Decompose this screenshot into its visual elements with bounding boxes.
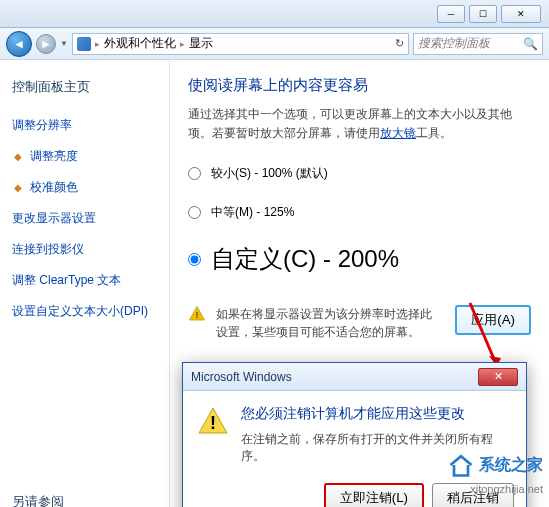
- sidebar-item[interactable]: 调整 ClearType 文本: [12, 265, 157, 296]
- breadcrumb-item[interactable]: 显示: [189, 35, 213, 52]
- sidebar-item[interactable]: 调整分辨率: [12, 110, 157, 141]
- sidebar-item-label: 设置自定义文本大小(DPI): [12, 299, 148, 324]
- dialog-body: ! 您必须注销计算机才能应用这些更改 在注销之前，保存所有打开的文件并关闭所有程…: [183, 391, 526, 475]
- navigation-bar: ◄ ► ▼ ▸ 外观和个性化 ▸ 显示 ↻ 搜索控制面板 🔍: [0, 28, 549, 60]
- sidebar-item-label: 连接到投影仪: [12, 237, 84, 262]
- refresh-icon[interactable]: ↻: [395, 37, 404, 50]
- logoff-now-button[interactable]: 立即注销(L): [324, 483, 424, 507]
- dialog-subtext: 在注销之前，保存所有打开的文件并关闭所有程序。: [241, 431, 512, 465]
- radio-label: 自定义(C) - 200%: [211, 243, 399, 275]
- see-also-heading: 另请参阅: [12, 493, 157, 507]
- radio-label: 较小(S) - 100% (默认): [211, 165, 328, 182]
- svg-text:!: !: [210, 413, 216, 433]
- dialog-title: Microsoft Windows: [191, 370, 292, 384]
- logoff-dialog: Microsoft Windows ✕ ! 您必须注销计算机才能应用这些更改 在…: [182, 362, 527, 507]
- sidebar-item[interactable]: ◆调整亮度: [12, 141, 157, 172]
- back-button[interactable]: ◄: [6, 31, 32, 57]
- apply-button[interactable]: 应用(A): [455, 305, 531, 335]
- scale-option-medium[interactable]: 中等(M) - 125%: [188, 204, 531, 221]
- desc-text: 通过选择其中一个选项，可以更改屏幕上的文本大小以及其他项。若要暂时放大部分屏幕，…: [188, 107, 512, 140]
- sidebar-item[interactable]: 连接到投影仪: [12, 234, 157, 265]
- address-bar[interactable]: ▸ 外观和个性化 ▸ 显示 ↻: [72, 33, 409, 55]
- breadcrumb-sep: ▸: [180, 39, 185, 49]
- search-box[interactable]: 搜索控制面板 🔍: [413, 33, 543, 55]
- sidebar-item[interactable]: 设置自定义文本大小(DPI): [12, 296, 157, 327]
- history-dropdown-icon[interactable]: ▼: [60, 39, 68, 48]
- svg-text:!: !: [196, 310, 199, 320]
- forward-button[interactable]: ►: [36, 34, 56, 54]
- radio-input[interactable]: [188, 253, 201, 266]
- close-button[interactable]: ✕: [501, 5, 541, 23]
- breadcrumb-item[interactable]: 外观和个性化: [104, 35, 176, 52]
- warning-icon: !: [197, 405, 229, 437]
- warning-icon: !: [188, 305, 206, 323]
- radio-label: 中等(M) - 125%: [211, 204, 294, 221]
- desc-text: 工具。: [416, 126, 452, 140]
- sidebar-item[interactable]: ◆校准颜色: [12, 172, 157, 203]
- minimize-button[interactable]: ─: [437, 5, 465, 23]
- dialog-titlebar: Microsoft Windows ✕: [183, 363, 526, 391]
- sidebar-item-label: 调整亮度: [30, 144, 78, 169]
- warning-row: ! 如果在将显示器设置为该分辨率时选择此设置，某些项目可能不适合您的屏幕。 应用…: [188, 305, 531, 341]
- page-title: 使阅读屏幕上的内容更容易: [188, 76, 531, 95]
- shield-icon: ◆: [12, 182, 24, 194]
- sidebar-item[interactable]: 更改显示器设置: [12, 203, 157, 234]
- magnifier-link[interactable]: 放大镜: [380, 126, 416, 140]
- sidebar-item-label: 调整分辨率: [12, 113, 72, 138]
- dialog-close-button[interactable]: ✕: [478, 368, 518, 386]
- window-titlebar: ─ ☐ ✕: [0, 0, 549, 28]
- sidebar-item-label: 校准颜色: [30, 175, 78, 200]
- maximize-button[interactable]: ☐: [469, 5, 497, 23]
- radio-input[interactable]: [188, 167, 201, 180]
- radio-input[interactable]: [188, 206, 201, 219]
- sidebar-item-label: 更改显示器设置: [12, 206, 96, 231]
- warning-text: 如果在将显示器设置为该分辨率时选择此设置，某些项目可能不适合您的屏幕。: [216, 305, 437, 341]
- page-description: 通过选择其中一个选项，可以更改屏幕上的文本大小以及其他项。若要暂时放大部分屏幕，…: [188, 105, 531, 143]
- search-placeholder: 搜索控制面板: [418, 35, 490, 52]
- shield-icon: ◆: [12, 151, 24, 163]
- sidebar-item-label: 调整 ClearType 文本: [12, 268, 121, 293]
- dialog-heading: 您必须注销计算机才能应用这些更改: [241, 405, 512, 423]
- control-panel-icon: [77, 37, 91, 51]
- scale-option-custom[interactable]: 自定义(C) - 200%: [188, 243, 531, 275]
- logoff-later-button[interactable]: 稍后注销: [432, 483, 514, 507]
- search-icon[interactable]: 🔍: [523, 37, 538, 51]
- control-panel-home-link[interactable]: 控制面板主页: [12, 74, 157, 100]
- breadcrumb-sep: ▸: [95, 39, 100, 49]
- dialog-footer: 立即注销(L) 稍后注销: [183, 475, 526, 507]
- dialog-message: 您必须注销计算机才能应用这些更改 在注销之前，保存所有打开的文件并关闭所有程序。: [241, 405, 512, 465]
- sidebar: 控制面板主页 调整分辨率 ◆调整亮度 ◆校准颜色 更改显示器设置 连接到投影仪 …: [0, 60, 170, 507]
- scale-option-small[interactable]: 较小(S) - 100% (默认): [188, 165, 531, 182]
